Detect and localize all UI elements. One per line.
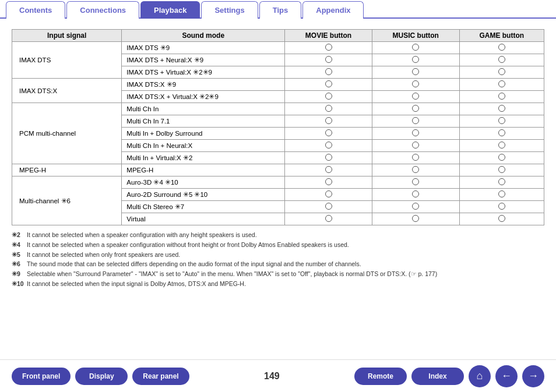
bottom-nav-left: Front panel Display Rear panel (12, 368, 189, 385)
tab-playback[interactable]: Playback (140, 1, 200, 19)
front-panel-button[interactable]: Front panel (12, 368, 71, 385)
index-button[interactable]: Index (411, 368, 464, 385)
tab-contents[interactable]: Contents (6, 1, 65, 19)
table-row: IMAX DTS:X IMAX DTS:X ✳9 (12, 79, 544, 91)
remote-button[interactable]: Remote (354, 368, 407, 385)
forward-button[interactable]: → (522, 365, 544, 387)
main-content: Input signal Sound mode MOVIE button MUS… (0, 23, 556, 295)
tab-tips[interactable]: Tips (259, 1, 302, 19)
table-row: MPEG-H MPEG-H (12, 164, 544, 176)
footnote-10: ✳10 It cannot be selected when the input… (12, 279, 544, 289)
footnote-2: ✳2 It cannot be selected when a speaker … (12, 230, 544, 240)
bottom-nav-right: Remote Index ⌂ ← → (354, 365, 544, 387)
footnote-9: ✳9 Selectable when "Surround Parameter" … (12, 269, 544, 279)
col-header-game: GAME button (459, 30, 544, 42)
music-circle (412, 44, 419, 51)
table-row: IMAX DTS IMAX DTS ✳9 (12, 42, 544, 54)
tab-appendix[interactable]: Appendix (302, 1, 364, 19)
tab-settings[interactable]: Settings (201, 1, 258, 19)
footnote-6: ✳6 The sound mode that can be selected d… (12, 259, 544, 269)
forward-icon: → (528, 370, 539, 382)
sound-mode-table: Input signal Sound mode MOVIE button MUS… (12, 29, 544, 225)
table-row: Multi-channel ✳6 Auro-3D ✳4 ✳10 (12, 176, 544, 189)
page-number: 149 (264, 371, 280, 382)
rear-panel-button[interactable]: Rear panel (132, 368, 189, 385)
col-header-input: Input signal (12, 30, 122, 42)
footnote-5: ✳5 It cannot be selected when only front… (12, 250, 544, 260)
top-nav: Contents Connections Playback Settings T… (0, 0, 556, 19)
col-header-music: MUSIC button (372, 30, 459, 42)
back-icon: ← (501, 370, 512, 382)
game-circle (498, 44, 505, 51)
footnote-4: ✳4 It cannot be selected when a speaker … (12, 240, 544, 250)
bottom-nav: Front panel Display Rear panel 149 Remot… (0, 359, 556, 392)
display-button[interactable]: Display (75, 368, 128, 385)
home-button[interactable]: ⌂ (469, 365, 491, 387)
footnotes: ✳2 It cannot be selected when a speaker … (12, 230, 544, 289)
col-header-sound-mode: Sound mode (122, 30, 285, 42)
movie-circle (325, 44, 332, 51)
home-icon: ⌂ (477, 370, 483, 382)
col-header-movie: MOVIE button (285, 30, 372, 42)
table-row: PCM multi-channel Multi Ch In (12, 103, 544, 115)
tab-connections[interactable]: Connections (66, 1, 139, 19)
back-button[interactable]: ← (495, 365, 518, 387)
